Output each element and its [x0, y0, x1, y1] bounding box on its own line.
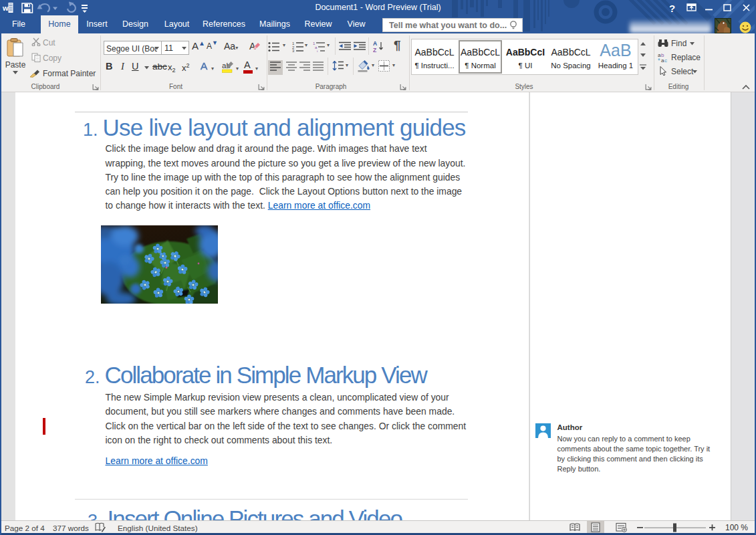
svg-text:?: ?	[669, 3, 675, 14]
svg-text:100 %: 100 %	[725, 523, 748, 532]
svg-text:A: A	[373, 40, 377, 47]
svg-text:i: i	[317, 49, 318, 53]
svg-text:w: w	[2, 4, 9, 12]
svg-text:c: c	[664, 58, 667, 62]
svg-text:3: 3	[292, 49, 295, 52]
svg-text:Z: Z	[373, 47, 376, 53]
